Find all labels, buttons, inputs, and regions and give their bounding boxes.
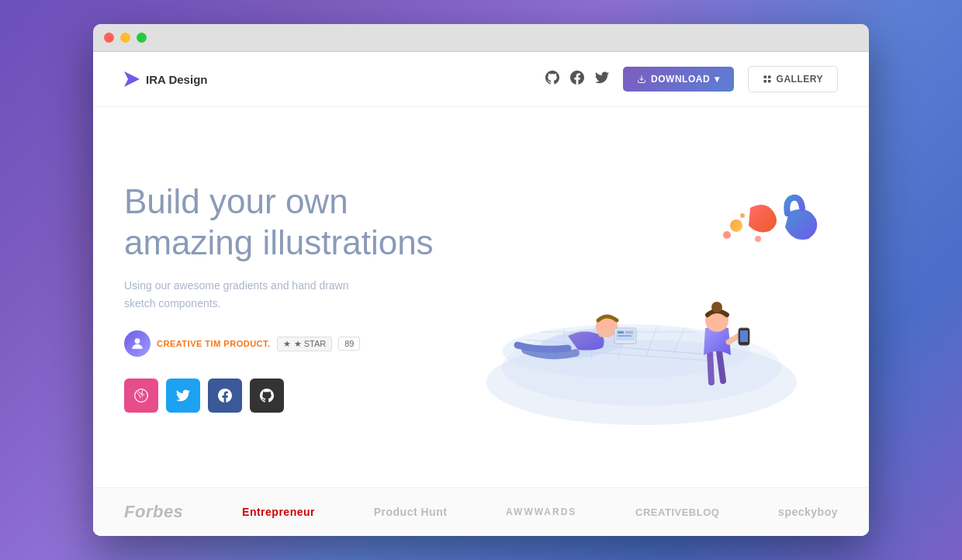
logo-icon	[124, 71, 140, 87]
svg-point-29	[730, 220, 742, 232]
illustration-svg	[463, 165, 820, 429]
hero-title: Build your own amazing illustrations	[124, 181, 445, 264]
facebook-icon[interactable]	[570, 71, 584, 88]
badge-row: CREATIVE TIM PRODUCT. ★ ★ STAR 89	[124, 330, 445, 357]
social-buttons	[124, 379, 445, 413]
svg-point-6	[135, 389, 148, 403]
brand-entrepreneur: Entrepreneur	[242, 506, 315, 518]
svg-marker-0	[124, 71, 140, 87]
logo[interactable]: IRA Design	[124, 71, 207, 87]
maximize-button[interactable]	[137, 33, 147, 43]
svg-point-30	[723, 231, 731, 239]
download-button[interactable]: DOWNLOAD ▾	[623, 67, 734, 92]
brand-awwwards: AWWWARDS	[506, 506, 576, 517]
brand-speckyboy: speckyboy	[778, 506, 838, 518]
gallery-icon	[763, 74, 772, 84]
page-content: IRA Design	[93, 52, 869, 536]
download-label: DOWNLOAD	[651, 74, 710, 85]
browser-window: IRA Design	[93, 24, 869, 536]
hero-section: Build your own amazing illustrations Usi…	[93, 107, 869, 487]
svg-rect-28	[740, 330, 748, 342]
gallery-label: GALLERY	[777, 74, 823, 85]
facebook-social-icon	[218, 389, 232, 403]
twitter-button[interactable]	[166, 379, 200, 413]
svg-rect-24	[618, 335, 632, 337]
svg-rect-22	[618, 331, 624, 334]
dribbble-icon	[133, 388, 149, 403]
close-button[interactable]	[104, 33, 114, 43]
svg-rect-23	[625, 331, 633, 334]
logo-text: IRA Design	[146, 73, 207, 86]
gallery-button[interactable]: GALLERY	[748, 66, 838, 92]
github-icon[interactable]	[545, 71, 559, 88]
hero-illustration	[445, 107, 838, 487]
twitter-icon[interactable]	[595, 71, 609, 88]
hero-title-line2: amazing illustrations	[124, 223, 434, 261]
svg-rect-1	[763, 76, 766, 79]
star-icon: ★	[283, 339, 291, 349]
hero-content: Build your own amazing illustrations Usi…	[124, 181, 445, 413]
hero-title-line1: Build your own	[124, 182, 348, 220]
dropdown-arrow: ▾	[715, 74, 720, 85]
badge-author: CREATIVE TIM PRODUCT.	[157, 339, 271, 348]
github-button[interactable]	[250, 379, 284, 413]
star-badge[interactable]: ★ ★ STAR	[277, 337, 333, 351]
brand-producthunt: Product Hunt	[374, 506, 448, 518]
nav-right: DOWNLOAD ▾ GALLERY	[545, 66, 838, 92]
brand-creativeblog: CREATIVEBLOQ	[635, 506, 719, 518]
svg-point-31	[740, 213, 745, 218]
dribbble-button[interactable]	[124, 379, 158, 413]
footer-brands: Forbes Entrepreneur Product Hunt AWWWARD…	[93, 487, 869, 536]
star-label: ★ STAR	[294, 339, 327, 349]
brand-forbes: Forbes	[124, 502, 183, 522]
github-social-icon	[260, 389, 274, 403]
svg-point-26	[711, 302, 722, 313]
nav-icons	[545, 71, 609, 88]
star-count: 89	[338, 337, 360, 351]
svg-rect-3	[763, 80, 766, 83]
navbar: IRA Design	[93, 52, 869, 107]
hero-subtitle: Using our awesome gradients and hand dra…	[124, 277, 349, 312]
facebook-button[interactable]	[208, 379, 242, 413]
svg-point-32	[755, 236, 761, 242]
avatar	[124, 330, 151, 357]
avatar-icon	[130, 336, 145, 351]
minimize-button[interactable]	[120, 33, 130, 43]
svg-point-5	[135, 339, 140, 344]
browser-titlebar	[93, 24, 869, 52]
svg-rect-2	[768, 76, 771, 79]
svg-rect-4	[768, 80, 771, 83]
download-icon	[637, 74, 646, 84]
twitter-social-icon	[176, 389, 190, 403]
